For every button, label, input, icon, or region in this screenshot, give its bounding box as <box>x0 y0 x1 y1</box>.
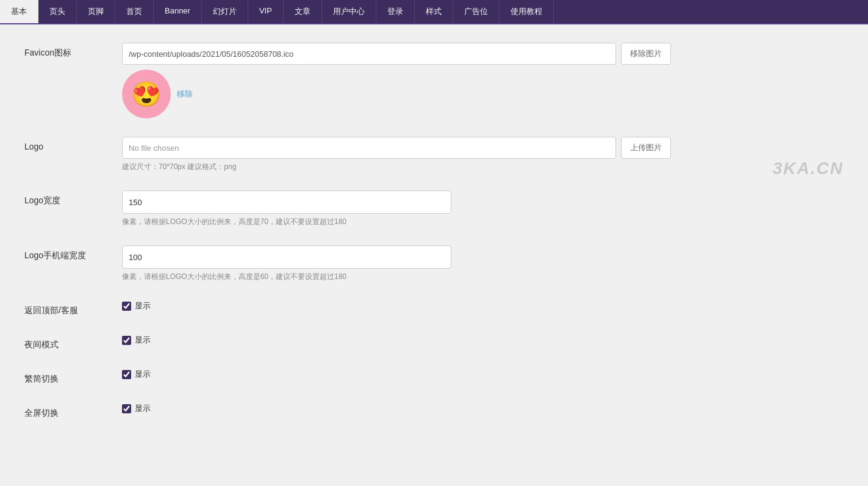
night-mode-field: 显示 <box>122 335 671 346</box>
back-to-top-checkbox-row: 显示 <box>122 300 671 311</box>
logo-mobile-width-input[interactable] <box>122 245 451 269</box>
traditional-simplified-checkbox-label: 显示 <box>135 369 151 380</box>
tab-banner[interactable]: Banner <box>154 0 202 23</box>
night-mode-checkbox-label: 显示 <box>135 335 151 346</box>
tab-header[interactable]: 页头 <box>38 0 77 23</box>
favicon-row: Favicon图标 移除图片 😍 移除 <box>24 43 844 118</box>
tab-ad-slot[interactable]: 广告位 <box>453 0 500 23</box>
logo-mobile-width-hint: 像素，请根据LOGO大小的比例来，高度是60，建议不要设置超过180 <box>122 272 671 282</box>
logo-input[interactable] <box>122 137 616 159</box>
logo-width-input[interactable] <box>122 190 451 214</box>
tab-style[interactable]: 样式 <box>415 0 453 23</box>
fullscreen-label: 全屏切换 <box>24 403 122 419</box>
tab-slideshow[interactable]: 幻灯片 <box>202 0 248 23</box>
favicon-emoji: 😍 <box>131 80 162 109</box>
tab-footer[interactable]: 页脚 <box>77 0 115 23</box>
traditional-simplified-label: 繁简切换 <box>24 369 122 385</box>
tab-home[interactable]: 首页 <box>115 0 154 23</box>
favicon-label: Favicon图标 <box>24 43 122 59</box>
logo-width-hint: 像素，请根据LOGO大小的比例来，高度是70，建议不要设置超过180 <box>122 217 671 227</box>
traditional-simplified-checkbox-row: 显示 <box>122 369 671 380</box>
favicon-field: 移除图片 😍 移除 <box>122 43 671 118</box>
main-content: 3KA.CN Favicon图标 移除图片 😍 移除 Logo 上传图片 建议尺… <box>0 24 868 485</box>
tab-login[interactable]: 登录 <box>376 0 415 23</box>
favicon-input-group: 移除图片 <box>122 43 671 65</box>
fullscreen-checkbox[interactable] <box>122 404 131 413</box>
favicon-preview: 😍 移除 <box>122 70 671 118</box>
logo-mobile-width-field: 像素，请根据LOGO大小的比例来，高度是60，建议不要设置超过180 <box>122 245 671 282</box>
fullscreen-checkbox-row: 显示 <box>122 403 671 414</box>
traditional-simplified-field: 显示 <box>122 369 671 380</box>
logo-input-group: 上传图片 <box>122 137 671 159</box>
logo-hint: 建议尺寸：70*70px 建议格式：png <box>122 162 671 172</box>
logo-field: 上传图片 建议尺寸：70*70px 建议格式：png <box>122 137 671 172</box>
logo-width-field: 像素，请根据LOGO大小的比例来，高度是70，建议不要设置超过180 <box>122 190 671 227</box>
back-to-top-row: 返回顶部/客服 显示 <box>24 300 844 316</box>
back-to-top-label: 返回顶部/客服 <box>24 300 122 316</box>
logo-mobile-width-row: Logo手机端宽度 像素，请根据LOGO大小的比例来，高度是60，建议不要设置超… <box>24 245 844 282</box>
tab-vip[interactable]: VIP <box>248 0 284 23</box>
tab-article[interactable]: 文章 <box>284 0 322 23</box>
back-to-top-checkbox[interactable] <box>122 302 131 311</box>
logo-mobile-width-label: Logo手机端宽度 <box>24 245 122 261</box>
logo-upload-button[interactable]: 上传图片 <box>621 137 671 159</box>
night-mode-checkbox-row: 显示 <box>122 335 671 346</box>
traditional-simplified-row: 繁简切换 显示 <box>24 369 844 385</box>
logo-width-label: Logo宽度 <box>24 190 122 206</box>
tab-user-center[interactable]: 用户中心 <box>322 0 376 23</box>
back-to-top-field: 显示 <box>122 300 671 311</box>
tab-tutorial[interactable]: 使用教程 <box>500 0 554 23</box>
favicon-remove-button[interactable]: 移除图片 <box>621 43 671 65</box>
logo-width-row: Logo宽度 像素，请根据LOGO大小的比例来，高度是70，建议不要设置超过18… <box>24 190 844 227</box>
logo-row: Logo 上传图片 建议尺寸：70*70px 建议格式：png <box>24 137 844 172</box>
traditional-simplified-checkbox[interactable] <box>122 370 131 379</box>
fullscreen-row: 全屏切换 显示 <box>24 403 844 419</box>
favicon-remove-link[interactable]: 移除 <box>177 89 193 100</box>
fullscreen-field: 显示 <box>122 403 671 414</box>
night-mode-label: 夜间模式 <box>24 335 122 350</box>
tab-basic[interactable]: 基本 <box>0 0 38 23</box>
tab-bar: 基本 页头 页脚 首页 Banner 幻灯片 VIP 文章 用户中心 登录 样式… <box>0 0 868 24</box>
fullscreen-checkbox-label: 显示 <box>135 403 151 414</box>
back-to-top-checkbox-label: 显示 <box>135 300 151 311</box>
logo-label: Logo <box>24 137 122 151</box>
favicon-input[interactable] <box>122 43 616 65</box>
night-mode-checkbox[interactable] <box>122 336 131 345</box>
night-mode-row: 夜间模式 显示 <box>24 335 844 350</box>
favicon-image: 😍 <box>122 70 171 118</box>
